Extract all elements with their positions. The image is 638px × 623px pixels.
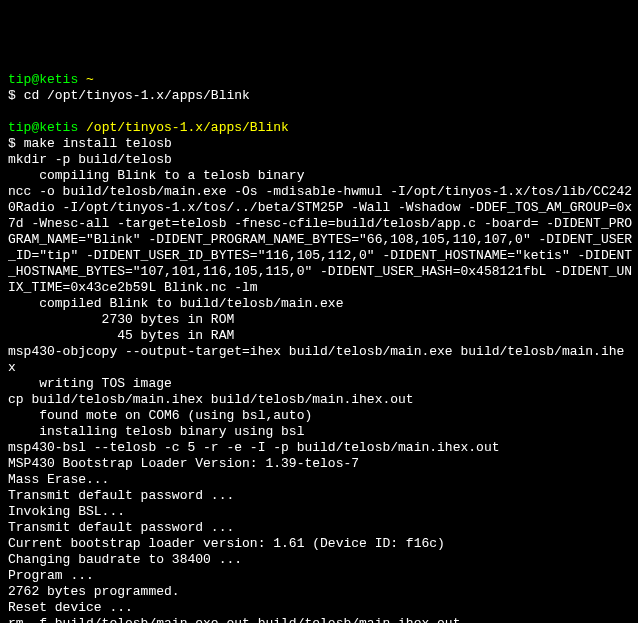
prompt-symbol: $ [8, 88, 16, 103]
prompt-path: /opt/tinyos-1.x/apps/Blink [86, 120, 289, 135]
command-text: make install telosb [24, 136, 172, 151]
command-text: cd /opt/tinyos-1.x/apps/Blink [24, 88, 250, 103]
prompt-user: tip@ketis [8, 72, 78, 87]
terminal[interactable]: tip@ketis ~ $ cd /opt/tinyos-1.x/apps/Bl… [8, 72, 630, 623]
prompt-symbol: $ [8, 136, 16, 151]
prompt-path: ~ [86, 72, 94, 87]
terminal-output: mkdir -p build/telosb compiling Blink to… [8, 152, 630, 623]
prompt-user: tip@ketis [8, 120, 78, 135]
